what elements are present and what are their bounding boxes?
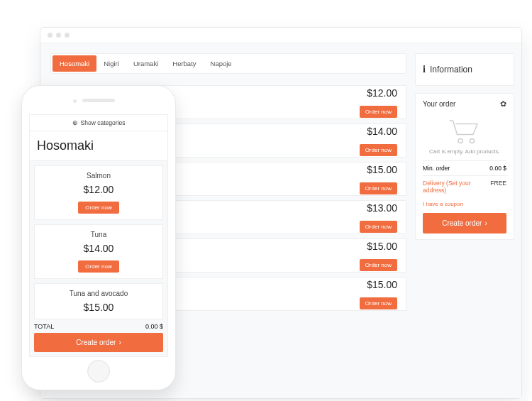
phone-product-card: Tuna and avocado $15.00 [34, 283, 163, 319]
information-panel: i Information [415, 53, 514, 86]
phone-total-row: TOTAL 0.00 $ [30, 320, 167, 333]
order-now-button[interactable]: Order now [360, 106, 397, 118]
phone-total-label: TOTAL [34, 323, 54, 330]
tab-uramaki[interactable]: Uramaki [126, 55, 165, 72]
create-order-label: Create order [442, 219, 482, 227]
phone-camera-dot [73, 99, 77, 103]
phone-product-card: Salmon $12.00 Order now [34, 165, 163, 220]
chevron-right-icon: › [484, 219, 487, 227]
order-now-button[interactable]: Order now [360, 144, 397, 156]
min-order-line: Min. order 0.00 $ [423, 160, 506, 175]
phone-product-price: $12.00 [39, 184, 158, 195]
phone-mock: ⊕ Show categories Hosomaki Salmon $12.00… [21, 85, 176, 390]
phone-create-order-button[interactable]: Create order › [34, 333, 163, 352]
phone-product-name: Tuna and avocado [39, 290, 158, 297]
phone-category-title: Hosomaki [30, 131, 167, 161]
order-now-button[interactable]: Order now [78, 260, 118, 273]
min-order-value: 0.00 $ [489, 165, 506, 172]
phone-product-price: $15.00 [39, 302, 158, 313]
product-price: $15.00 [367, 241, 397, 252]
order-now-button[interactable]: Order now [360, 221, 397, 233]
show-categories-button[interactable]: ⊕ Show categories [30, 115, 167, 131]
plus-circle-icon: ⊕ [72, 119, 78, 126]
phone-product-card: Tuna $14.00 Order now [34, 224, 163, 279]
chevron-right-icon: › [118, 339, 121, 346]
svg-point-1 [470, 139, 475, 143]
window-dot [56, 33, 61, 38]
phone-product-name: Salmon [39, 172, 158, 180]
category-tabs: Hosomaki Nigiri Uramaki Herbaty Napoje [50, 53, 406, 74]
your-order-panel: Your order ✿ Cart is empty. Add products… [415, 93, 514, 240]
tab-nigiri[interactable]: Nigiri [96, 55, 126, 72]
product-price: $15.00 [367, 164, 397, 175]
information-header: i Information [423, 60, 506, 79]
order-now-button[interactable]: Order now [360, 297, 397, 309]
delivery-value: FREE [490, 180, 506, 194]
tab-herbaty[interactable]: Herbaty [165, 55, 203, 72]
coupon-link[interactable]: I have a coupon [423, 197, 506, 213]
browser-titlebar [40, 28, 521, 43]
product-price: $12.00 [367, 87, 397, 99]
cart-empty-text: Cart is empty. Add products. [423, 148, 506, 155]
order-now-button[interactable]: Order now [360, 182, 397, 194]
min-order-label: Min. order [423, 165, 450, 172]
your-order-header: Your order ✿ [423, 99, 506, 109]
window-dot [65, 33, 70, 38]
phone-product-name: Tuna [39, 231, 158, 238]
sidebar: i Information Your order ✿ Cart is empty… [415, 43, 521, 398]
your-order-label: Your order [423, 100, 455, 108]
tab-napoje[interactable]: Napoje [204, 55, 239, 72]
phone-total-value: 0.00 $ [145, 323, 163, 330]
tab-hosomaki[interactable]: Hosomaki [52, 55, 96, 72]
phone-create-order-label: Create order [76, 339, 116, 346]
gear-icon[interactable]: ✿ [500, 99, 506, 109]
order-now-button[interactable]: Order now [360, 259, 397, 271]
phone-items: Salmon $12.00 Order now Tuna $14.00 Orde… [30, 161, 167, 320]
svg-point-0 [458, 139, 462, 143]
info-icon: i [423, 64, 426, 75]
show-categories-label: Show categories [81, 119, 126, 126]
cart-icon [423, 113, 506, 148]
product-price: $13.00 [367, 202, 397, 214]
phone-product-price: $14.00 [39, 243, 158, 254]
information-label: Information [430, 65, 472, 75]
delivery-line[interactable]: Delivery (Set your address) FREE [423, 175, 506, 197]
create-order-button[interactable]: Create order › [423, 213, 506, 234]
delivery-label: Delivery (Set your address) [423, 180, 490, 194]
product-price: $14.00 [367, 126, 397, 137]
window-dot [48, 33, 52, 38]
phone-screen: ⊕ Show categories Hosomaki Salmon $12.00… [29, 114, 168, 357]
product-price: $15.00 [367, 279, 397, 290]
order-now-button[interactable]: Order now [78, 202, 118, 214]
